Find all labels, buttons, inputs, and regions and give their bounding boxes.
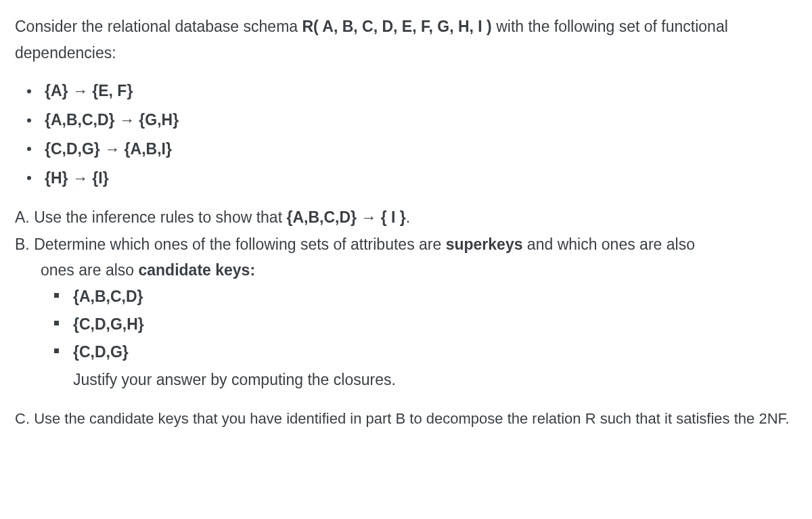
fd-rhs: {E, F} xyxy=(92,82,133,99)
part-a-fd-rhs: { I } xyxy=(381,208,406,226)
arrow-icon: → xyxy=(68,169,93,187)
part-b: B. Determine which ones of the following… xyxy=(15,232,797,283)
fd-item-4: {H} → {I} xyxy=(23,166,797,191)
fd-lhs: {H} xyxy=(45,169,68,187)
fd-item-2: {A,B,C,D} → {G,H} xyxy=(23,108,797,133)
schema-definition: R( A, B, C, D, E, F, G, H, I ) xyxy=(302,18,491,35)
keyword-superkeys: superkeys xyxy=(446,235,523,253)
attr-set-1: {A,B,C,D} xyxy=(53,284,797,309)
functional-dependencies-list: {A} → {E, F} {A,B,C,D} → {G,H} {C,D,G} →… xyxy=(15,78,797,190)
part-c-label: C. xyxy=(15,410,34,427)
intro-paragraph: Consider the relational database schema … xyxy=(15,14,797,66)
arrow-icon: → xyxy=(100,140,125,158)
part-b-mid: and which ones are also xyxy=(522,235,694,253)
attr-set-2: {C,D,G,H} xyxy=(53,312,797,337)
arrow-icon: → xyxy=(115,111,139,129)
keyword-candidate-keys: candidate keys: xyxy=(138,261,255,279)
fd-item-3: {C,D,G} → {A,B,I} xyxy=(23,137,797,162)
part-a: A. Use the inference rules to show that … xyxy=(15,205,797,231)
fd-lhs: {C,D,G} xyxy=(45,140,100,158)
fd-lhs: {A,B,C,D} xyxy=(45,111,115,129)
justify-instruction: Justify your answer by computing the clo… xyxy=(15,367,797,393)
question-parts: A. Use the inference rules to show that … xyxy=(15,205,797,431)
fd-item-1: {A} → {E, F} xyxy=(23,78,797,104)
part-b-line2-pre: ones are also xyxy=(41,261,138,279)
intro-pre: Consider the relational database schema xyxy=(15,18,302,35)
fd-rhs: {A,B,I} xyxy=(125,140,172,158)
part-c-text: Use the candidate keys that you have ide… xyxy=(34,410,790,427)
attribute-sets-list: {A,B,C,D} {C,D,G,H} {C,D,G} xyxy=(15,284,797,364)
part-c: C. Use the candidate keys that you have … xyxy=(15,406,797,431)
part-a-fd-lhs: {A,B,C,D} xyxy=(286,208,357,226)
fd-lhs: {A} xyxy=(45,82,68,99)
arrow-icon: → xyxy=(357,208,381,226)
part-b-line2: ones are also candidate keys: xyxy=(15,258,797,283)
fd-rhs: {G,H} xyxy=(139,111,179,129)
fd-rhs: {I} xyxy=(92,169,108,187)
part-a-label: A. xyxy=(15,208,34,226)
part-b-label: B. xyxy=(15,235,34,253)
part-b-pre: Determine which ones of the following se… xyxy=(34,235,446,253)
attr-set-3: {C,D,G} xyxy=(53,340,797,365)
part-a-text: Use the inference rules to show that xyxy=(34,208,286,226)
arrow-icon: → xyxy=(68,82,93,99)
part-a-period: . xyxy=(406,208,410,226)
